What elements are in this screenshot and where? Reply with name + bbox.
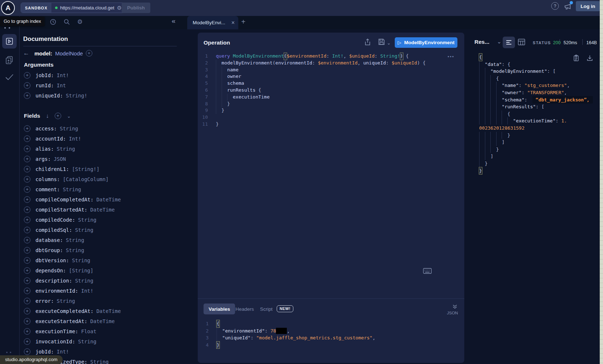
back-arrow-icon[interactable]: ← xyxy=(23,50,29,57)
field-name[interactable]: access: xyxy=(35,126,57,131)
field-type[interactable]: DateTime xyxy=(90,207,114,213)
field-type[interactable]: Int! xyxy=(69,136,81,142)
add-field-icon[interactable]: + xyxy=(24,166,30,172)
argument-type[interactable]: Int! xyxy=(57,72,69,78)
field-type[interactable]: DateTime xyxy=(96,308,121,314)
add-field-icon[interactable]: + xyxy=(24,318,30,325)
field-name[interactable]: compileStartedAt: xyxy=(35,207,87,213)
field-name[interactable]: accountId: xyxy=(35,136,66,142)
field-type[interactable]: String xyxy=(72,258,91,263)
crumb-type-link[interactable]: ModelNode xyxy=(55,50,83,57)
field-type[interactable]: [String] xyxy=(69,268,93,273)
field-name[interactable]: jobId: xyxy=(35,349,54,355)
field-type[interactable]: String xyxy=(66,247,84,253)
announcements-icon[interactable] xyxy=(564,2,572,11)
download-response-icon[interactable] xyxy=(587,55,593,61)
tab-variables[interactable]: Variables xyxy=(204,304,235,314)
field-name[interactable]: executionTime: xyxy=(35,329,78,334)
field-type[interactable]: DateTime xyxy=(96,197,121,202)
copy-response-icon[interactable] xyxy=(573,55,579,62)
add-field-icon[interactable]: + xyxy=(24,196,30,203)
add-field-icon[interactable]: + xyxy=(24,176,30,183)
field-name[interactable]: dependsOn: xyxy=(35,268,66,273)
settings-gear-icon[interactable]: ⚙ xyxy=(77,18,83,26)
run-operation-button[interactable]: ▷ ModelByEnvironment xyxy=(395,37,457,48)
add-field-icon[interactable]: + xyxy=(24,298,30,304)
endpoint-url[interactable]: https://metadata.cloud.get xyxy=(60,5,114,11)
field-type[interactable]: String xyxy=(75,278,93,284)
tab-script[interactable]: Script xyxy=(260,304,273,314)
field-name[interactable]: database: xyxy=(35,237,63,243)
field-name[interactable]: error: xyxy=(35,298,54,304)
operation-options-icon[interactable]: ••• xyxy=(448,54,455,59)
add-argument-icon[interactable]: + xyxy=(24,92,30,99)
field-type[interactable]: String xyxy=(75,227,93,233)
field-type[interactable]: JSON xyxy=(54,156,66,162)
add-all-fields-icon[interactable]: + xyxy=(55,113,61,119)
chevron-down-icon[interactable]: ⌄ xyxy=(67,113,71,119)
argument-name[interactable]: runId: xyxy=(35,83,54,88)
collapse-sidebar-icon[interactable]: « xyxy=(172,17,176,25)
add-argument-icon[interactable]: + xyxy=(24,82,30,89)
argument-type[interactable]: Int xyxy=(57,83,66,88)
field-type[interactable]: [CatalogColumn] xyxy=(63,176,108,182)
keyboard-shortcuts-icon[interactable] xyxy=(423,268,432,274)
field-type[interactable]: String xyxy=(78,339,97,344)
response-dropdown-icon[interactable]: ⌄ xyxy=(497,38,502,45)
field-name[interactable]: dbtGroup: xyxy=(35,247,63,253)
field-type[interactable]: Int! xyxy=(57,349,69,355)
add-field-icon[interactable]: + xyxy=(24,206,30,213)
field-name[interactable]: environmentId: xyxy=(35,288,78,294)
field-name[interactable]: comment: xyxy=(35,187,60,192)
endpoint-url-field[interactable]: https://metadata.cloud.get ⚙ xyxy=(51,3,125,13)
apollo-logo-icon[interactable]: A xyxy=(1,1,15,15)
field-type[interactable]: String xyxy=(66,237,84,243)
graph-index-icon[interactable] xyxy=(4,27,6,29)
add-field-icon[interactable]: + xyxy=(86,50,92,57)
field-name[interactable]: dbtVersion: xyxy=(35,258,69,263)
field-type[interactable]: String xyxy=(57,298,75,304)
field-name[interactable]: description: xyxy=(35,278,72,284)
save-options-chevron-icon[interactable]: ⌄ xyxy=(387,40,391,46)
argument-type[interactable]: String! xyxy=(66,93,87,99)
add-field-icon[interactable]: + xyxy=(24,125,30,132)
field-type[interactable]: DateTime xyxy=(90,318,114,324)
publish-button[interactable]: Publish xyxy=(122,3,150,13)
field-type[interactable]: [String!] xyxy=(72,166,100,172)
add-field-icon[interactable]: + xyxy=(24,156,30,162)
sort-icon[interactable]: ↓ xyxy=(46,113,49,119)
field-name[interactable]: compiledSql: xyxy=(35,227,72,233)
add-field-icon[interactable]: + xyxy=(24,288,30,294)
history-icon[interactable] xyxy=(50,19,56,25)
add-argument-icon[interactable]: + xyxy=(24,72,30,79)
field-type[interactable]: String xyxy=(78,217,97,223)
field-name[interactable]: alias: xyxy=(35,146,54,152)
save-icon[interactable] xyxy=(378,38,385,45)
field-type[interactable]: String xyxy=(90,359,109,364)
add-field-icon[interactable]: + xyxy=(24,135,30,142)
field-name[interactable]: columns: xyxy=(35,176,60,182)
response-json[interactable]: {"data": {"modelByEnvironment": [{"name"… xyxy=(469,54,597,174)
field-name[interactable]: childrenL1: xyxy=(35,166,69,172)
add-field-icon[interactable]: + xyxy=(24,328,30,335)
field-type[interactable]: Int! xyxy=(81,288,93,294)
field-type[interactable]: String xyxy=(57,146,75,152)
add-field-icon[interactable]: + xyxy=(24,308,30,314)
argument-name[interactable]: jobId: xyxy=(35,72,54,78)
share-icon[interactable] xyxy=(364,38,371,46)
field-type[interactable]: String xyxy=(63,187,81,192)
field-name[interactable]: executeStartedAt: xyxy=(35,318,87,324)
sidebar-item-explorer[interactable] xyxy=(2,34,17,49)
response-title[interactable]: Res... xyxy=(474,39,489,45)
add-field-icon[interactable]: + xyxy=(24,267,30,274)
variables-editor[interactable]: {"environmentId": 78,"uniqueId": "model.… xyxy=(217,320,375,348)
tab-headers[interactable]: Headers xyxy=(235,304,254,314)
add-field-icon[interactable]: + xyxy=(24,277,30,284)
collapse-variables-icon[interactable] xyxy=(452,304,458,309)
add-field-icon[interactable]: + xyxy=(24,348,30,355)
field-name[interactable]: compiledCode: xyxy=(35,217,75,223)
field-name[interactable]: executeCompletedAt: xyxy=(35,308,93,314)
response-view-table-toggle[interactable] xyxy=(518,39,525,45)
add-field-icon[interactable]: + xyxy=(24,227,30,233)
operation-editor[interactable]: query ModelByEnvironment($environmentId:… xyxy=(216,53,426,128)
